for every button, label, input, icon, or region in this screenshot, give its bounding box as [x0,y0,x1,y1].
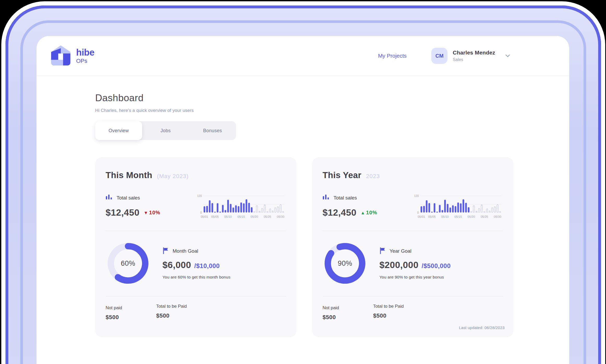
delta-arrow-icon: ▼ [144,210,148,216]
svg-text:05/01: 05/01 [418,215,425,218]
sales-delta-badge: ▲ 10% [361,210,377,216]
svg-text:0: 0 [417,211,419,214]
total-sales-value: $12,450 [323,207,356,218]
flag-icon [379,247,386,255]
card-title-row: This Year 2023 [323,170,503,180]
summary-cards: This Month (May 2023) [95,157,569,337]
total-sales-section: Total sales $12,450 ▲ 10% 120005/0105/05… [323,194,503,220]
brand-logo: hibe OPs [51,45,94,66]
total-sales-block: Total sales $12,450 ▼ 10% [106,194,160,218]
total-sales-label: Total sales [117,195,140,201]
card-title: This Year [323,170,361,180]
app-window: hibe OPs My Projects CM Charles Mendez S… [37,36,569,364]
tab-bar: Overview Jobs Bonuses [95,121,236,140]
brand-text: hibe OPs [76,48,94,64]
delta-value: 10% [366,210,377,216]
house-logo-icon [51,45,70,66]
not-paid-block: Not paid $500 [323,305,361,321]
sales-mini-chart: 120005/0105/0505/1005/1505/2005/2505/30 [195,194,286,220]
goal-donut-chart: 60% [106,241,150,286]
card-divider [106,296,286,296]
to-be-paid-value: $500 [373,312,404,319]
sales-delta-badge: ▼ 10% [144,210,160,216]
total-sales-label: Total sales [334,195,357,201]
payments-section: Not paid $500 Total to be Paid $500 [106,305,286,321]
to-be-paid-label: Total to be Paid [156,304,187,309]
nav-my-projects[interactable]: My Projects [378,53,407,59]
goal-current-amount: $200,000 [379,260,419,270]
tab-label: Jobs [160,128,171,134]
tab-overview[interactable]: Overview [95,121,142,140]
user-name: Charles Mendez [453,50,495,56]
card-period: (May 2023) [157,173,189,180]
svg-text:05/20: 05/20 [251,215,258,218]
svg-text:0: 0 [200,211,202,214]
delta-arrow-icon: ▲ [361,210,365,216]
svg-text:05/10: 05/10 [441,215,449,218]
user-names: Charles Mendez Sales [453,50,495,62]
card-title-row: This Month (May 2023) [106,170,286,180]
tab-bonuses[interactable]: Bonuses [189,121,236,140]
goal-donut-chart: 90% [323,241,367,286]
this-year-card: This Year 2023 [312,157,513,337]
svg-text:05/10: 05/10 [224,215,232,218]
main-content: Dashboard Hi Charles, here's a quick ove… [37,76,569,337]
goal-current-amount: $6,000 [162,260,191,270]
svg-text:05/05: 05/05 [428,215,436,218]
not-paid-block: Not paid $500 [106,305,144,321]
flag-icon [162,247,169,255]
goal-section: 60% Month Goal [106,241,286,286]
svg-text:120: 120 [414,194,419,197]
card-period: 2023 [366,173,380,180]
card-divider [323,296,503,296]
total-sales-value: $12,450 [106,207,140,218]
bar-chart-icon [323,194,329,202]
to-be-paid-label: Total to be Paid [373,304,404,309]
to-be-paid-block: Total to be Paid $500 [156,304,187,319]
goal-target-amount: /$500,000 [422,262,451,270]
to-be-paid-value: $500 [156,312,187,319]
user-menu[interactable]: CM Charles Mendez Sales [431,48,511,64]
delta-value: 10% [149,210,160,216]
svg-text:05/25: 05/25 [264,215,271,218]
tab-label: Bonuses [203,128,222,134]
goal-label: Year Goal [390,248,411,254]
not-paid-value: $500 [106,314,144,321]
svg-text:05/30: 05/30 [277,215,284,218]
svg-text:05/05: 05/05 [211,215,219,218]
total-sales-section: Total sales $12,450 ▼ 10% 120005/0105/05… [106,194,286,220]
sales-mini-chart: 120005/0105/0505/1005/1505/2005/2505/30 [412,194,503,220]
svg-text:05/15: 05/15 [454,215,462,218]
last-updated-text: Last updated: 06/28/2023 [459,325,505,330]
chevron-down-icon[interactable] [504,52,511,59]
tab-jobs[interactable]: Jobs [142,121,189,140]
svg-text:05/01: 05/01 [201,215,208,218]
user-role: Sales [453,57,495,62]
card-divider [106,231,286,231]
header-right: My Projects CM Charles Mendez Sales [378,48,511,64]
svg-text:05/20: 05/20 [468,215,475,218]
payments-section: Not paid $500 Total to be Paid $500 [323,305,503,321]
goal-label: Month Goal [173,248,198,254]
bar-chart-icon [106,194,112,202]
tab-label: Overview [108,128,129,134]
not-paid-label: Not paid [106,305,144,311]
to-be-paid-block: Total to be Paid $500 [373,304,404,319]
brand-name: hibe [76,48,94,57]
goal-info: Year Goal $200,000 /$500,000 You are 90%… [379,247,451,280]
goal-section: 90% Year Goal [323,241,503,286]
svg-text:05/30: 05/30 [494,215,501,218]
goal-percent: 60% [106,241,150,286]
goal-percent: 90% [323,241,367,286]
page-title: Dashboard [95,93,569,104]
not-paid-label: Not paid [323,305,361,311]
card-title: This Month [106,170,152,180]
this-month-card: This Month (May 2023) [95,157,296,337]
svg-text:120: 120 [197,194,202,197]
total-sales-block: Total sales $12,450 ▲ 10% [323,194,377,218]
goal-note: You are 90% to get this year bonus [379,275,451,280]
avatar[interactable]: CM [431,48,447,64]
app-header: hibe OPs My Projects CM Charles Mendez S… [37,36,569,76]
page-subtitle: Hi Charles, here's a quick overview of y… [95,108,569,113]
svg-text:05/15: 05/15 [238,215,245,218]
